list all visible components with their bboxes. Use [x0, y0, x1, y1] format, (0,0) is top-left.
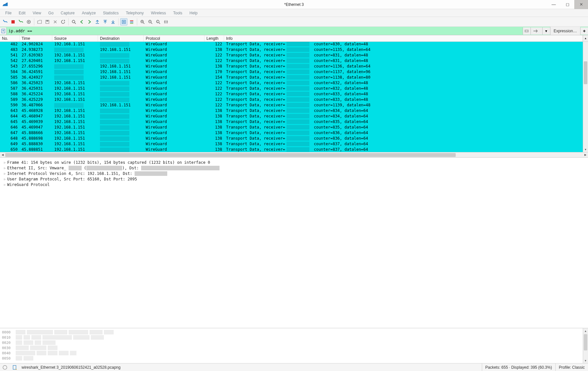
redacted — [69, 166, 82, 170]
restart-capture-icon[interactable] — [17, 18, 24, 25]
menu-tools[interactable]: Tools — [170, 10, 186, 16]
status-profile[interactable]: Profile: Classic — [555, 363, 588, 371]
detail-udp-text: User Datagram Protocol, Src Port: 65160,… — [7, 177, 137, 181]
menu-go[interactable]: Go — [45, 10, 57, 16]
hex-line[interactable]: 0020 — [2, 340, 586, 345]
menu-statistics[interactable]: Statistics — [100, 10, 122, 16]
packet-row[interactable]: 48324.938273192.168.1.151WireGuard138Tra… — [0, 47, 588, 53]
zoom-out-icon[interactable] — [147, 18, 154, 25]
packet-row[interactable]: 59036.487066192.168.1.151WireGuard122Tra… — [0, 103, 588, 108]
scrollbar-thumb[interactable] — [584, 61, 587, 84]
header-info[interactable]: Info — [224, 35, 583, 41]
menu-wireless[interactable]: Wireless — [148, 10, 169, 16]
menu-capture[interactable]: Capture — [57, 10, 78, 16]
header-destination[interactable]: Destination — [98, 35, 144, 41]
menu-help[interactable]: Help — [186, 10, 201, 16]
resize-columns-icon[interactable] — [162, 18, 170, 25]
display-filter-input[interactable] — [7, 27, 523, 35]
packet-row[interactable]: 54227.620401192.168.1.151WireGuard122Tra… — [0, 58, 588, 64]
scroll-right-icon[interactable]: ▶ — [583, 152, 588, 158]
colorize-icon[interactable] — [128, 18, 135, 25]
scroll-up-icon[interactable]: ▲ — [583, 35, 588, 41]
packet-row[interactable]: 58836.425224192.168.1.151WireGuard122Tra… — [0, 92, 588, 97]
packet-row[interactable]: 64445.468947192.168.1.151WireGuard138Tra… — [0, 114, 588, 119]
menu-edit[interactable]: Edit — [15, 10, 29, 16]
detail-ethernet[interactable]: ▷Ethernet II, Src: Vmware_ (), Dst: — [1, 165, 587, 171]
go-back-icon[interactable] — [78, 18, 85, 25]
scroll-down-icon[interactable]: ▼ — [583, 147, 588, 152]
menu-view[interactable]: View — [29, 10, 44, 16]
detail-ipv4[interactable]: ▷Internet Protocol Version 4, Src: 192.1… — [1, 171, 587, 176]
menu-telephony[interactable]: Telephony — [122, 10, 147, 16]
hex-line[interactable]: 0030 — [2, 345, 586, 350]
detail-wireguard[interactable]: ▷WireGuard Protocol — [1, 182, 587, 187]
hex-line[interactable]: 0050 — [2, 356, 586, 361]
header-source[interactable]: Source — [52, 35, 98, 41]
menu-analyze[interactable]: Analyze — [79, 10, 99, 16]
go-to-packet-icon[interactable] — [94, 18, 101, 25]
save-file-icon[interactable] — [44, 18, 51, 25]
hex-line[interactable]: 0000 — [2, 330, 586, 335]
detail-eth-text: Ethernet II, Src: Vmware_ — [7, 166, 66, 170]
go-first-icon[interactable] — [102, 18, 109, 25]
expert-info-icon[interactable] — [1, 364, 8, 371]
capture-file-properties-icon[interactable] — [11, 364, 18, 371]
packet-row[interactable]: 64645.469047192.168.1.151WireGuard138Tra… — [0, 125, 588, 131]
header-time[interactable]: Time — [20, 35, 52, 41]
minimize-button[interactable]: — — [547, 0, 561, 9]
detail-udp[interactable]: ▷User Datagram Protocol, Src Port: 65160… — [1, 176, 587, 182]
detail-frame[interactable]: ▷Frame 41: 154 bytes on wire (1232 bits)… — [1, 160, 587, 165]
hex-line[interactable]: 0040 — [2, 350, 586, 356]
stop-capture-icon[interactable] — [9, 18, 17, 25]
hex-scrollbar[interactable]: ▲ ▼ — [583, 328, 588, 363]
reload-icon[interactable] — [59, 18, 67, 25]
header-no[interactable]: No. — [0, 35, 20, 41]
zoom-in-icon[interactable] — [139, 18, 146, 25]
expression-button[interactable]: Expression… — [550, 27, 580, 35]
go-last-icon[interactable] — [109, 18, 117, 25]
packet-row[interactable]: 54127.620383192.168.1.151WireGuard122Tra… — [0, 53, 588, 58]
scrollbar-track[interactable] — [5, 152, 583, 158]
go-forward-icon[interactable] — [86, 18, 93, 25]
close-button[interactable]: ✕ — [574, 0, 588, 9]
packet-row[interactable]: 64945.888830192.168.1.151WireGuard138Tra… — [0, 142, 588, 147]
maximize-button[interactable]: ◻ — [561, 0, 574, 9]
svg-line-25 — [159, 23, 160, 24]
horizontal-scrollbar[interactable]: ◀ ▶ — [0, 152, 588, 157]
capture-options-icon[interactable] — [25, 18, 32, 25]
auto-scroll-icon[interactable] — [120, 18, 127, 25]
packet-row[interactable]: 64845.888698192.168.1.151WireGuard138Tra… — [0, 136, 588, 142]
packet-row[interactable]: 58736.425031192.168.1.151WireGuard122Tra… — [0, 86, 588, 92]
start-capture-icon[interactable] — [2, 18, 9, 25]
scroll-up-icon[interactable]: ▲ — [583, 328, 588, 333]
find-icon[interactable] — [70, 18, 77, 25]
packet-row[interactable]: 58536.424927192.168.1.151WireGuard154Tra… — [0, 75, 588, 81]
close-file-icon[interactable] — [52, 18, 59, 25]
filter-recent-dropdown-icon[interactable]: ▾ — [542, 27, 550, 35]
header-protocol[interactable]: Protocol — [144, 35, 204, 41]
open-file-icon[interactable] — [36, 18, 43, 25]
packet-row[interactable]: 54327.655296192.168.1.151WireGuard138Tra… — [0, 64, 588, 70]
detail-frame-text: Frame 41: 154 bytes on wire (1232 bits),… — [7, 160, 210, 165]
packet-row[interactable]: 65045.888851192.168.1.151WireGuard138Tra… — [0, 147, 588, 152]
packet-row[interactable]: 64545.469039192.168.1.151WireGuard138Tra… — [0, 119, 588, 125]
filter-add-button[interactable]: + — [580, 27, 588, 35]
packet-row[interactable]: 64345.468928192.168.1.151WireGuard138Tra… — [0, 108, 588, 114]
filter-bookmark-icon[interactable] — [0, 27, 7, 35]
packet-row[interactable]: 48224.902824192.168.1.151WireGuard122Tra… — [0, 42, 588, 47]
menu-file[interactable]: File — [2, 10, 15, 16]
packet-row[interactable]: 58936.425229192.168.1.151WireGuard122Tra… — [0, 97, 588, 103]
packet-row[interactable]: 58636.425023192.168.1.151WireGuard122Tra… — [0, 81, 588, 86]
scroll-down-icon[interactable]: ▼ — [583, 358, 588, 363]
filter-apply-icon[interactable] — [531, 27, 542, 35]
filter-clear-icon[interactable] — [523, 27, 531, 35]
zoom-reset-icon[interactable]: 1 — [155, 18, 162, 25]
packet-row[interactable]: 64745.888666192.168.1.151WireGuard138Tra… — [0, 131, 588, 136]
header-length[interactable]: Length — [204, 35, 224, 41]
scrollbar-thumb[interactable] — [5, 153, 456, 157]
scroll-left-icon[interactable]: ◀ — [0, 152, 5, 158]
scrollbar-thumb[interactable] — [584, 334, 587, 350]
vertical-scrollbar[interactable]: ▼ — [583, 42, 588, 152]
hex-line[interactable]: 0010 — [2, 335, 586, 340]
packet-row[interactable]: 58436.424591192.168.1.151WireGuard170Tra… — [0, 70, 588, 75]
